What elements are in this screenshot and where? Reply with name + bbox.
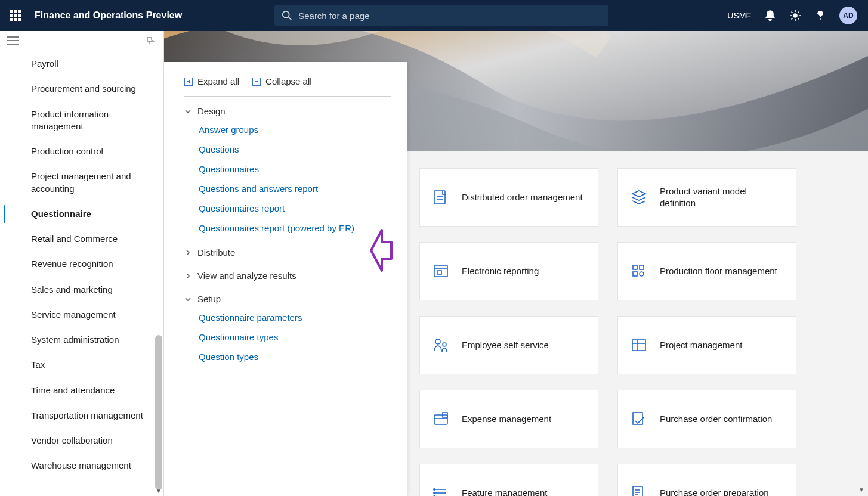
svg-rect-25	[633, 272, 637, 276]
workspace-tile[interactable]: Purchase order preparation	[617, 464, 796, 496]
app-header: Finance and Operations Preview Search fo…	[0, 0, 868, 31]
module-item[interactable]: Tax	[0, 352, 163, 377]
tile-icon	[431, 187, 451, 207]
bell-icon[interactable]	[764, 10, 776, 21]
submenu-group-header[interactable]: Setup	[184, 284, 391, 308]
submenu-link[interactable]: Questions	[199, 140, 391, 159]
waffle-icon[interactable]	[0, 10, 31, 21]
submenu-group-header[interactable]: Design	[184, 97, 391, 120]
company-badge[interactable]: USMF	[727, 11, 751, 20]
workspace-tile[interactable]: Feature management	[419, 464, 598, 496]
svg-rect-6	[10, 18, 13, 21]
scrollbar-thumb[interactable]	[155, 335, 162, 490]
workspace-tile[interactable]: Distributed order management	[419, 168, 598, 227]
submenu-link[interactable]: Questionnaire types	[199, 327, 391, 347]
tile-label: Electronic reporting	[462, 265, 539, 277]
module-item[interactable]: Questionnaire	[0, 202, 163, 227]
workspace-tile[interactable]: Employee self service	[419, 316, 598, 374]
search-input[interactable]: Search for a page	[274, 5, 608, 26]
workspace-tile[interactable]: Product variant model definition	[617, 168, 796, 227]
svg-rect-1	[14, 10, 17, 13]
main-scrollbar-down-icon[interactable]: ▼	[857, 485, 866, 494]
app-title: Finance and Operations Preview	[35, 10, 182, 21]
module-item[interactable]: Service management	[0, 302, 163, 327]
tile-label: Production floor management	[660, 265, 777, 277]
module-item[interactable]: System administration	[0, 327, 163, 352]
workspace-tile[interactable]: Purchase order confirmation	[617, 390, 796, 448]
svg-rect-5	[18, 14, 21, 17]
header-actions: USMF AD	[727, 7, 868, 24]
tile-label: Purchase order preparation	[660, 487, 769, 496]
module-item[interactable]: Transportation management	[0, 403, 163, 428]
chevron-down-icon	[184, 296, 191, 303]
module-item[interactable]: Retail and Commerce	[0, 227, 163, 252]
tile-icon	[629, 335, 649, 355]
svg-point-11	[793, 14, 797, 17]
module-item[interactable]: Project management and accounting	[0, 164, 163, 202]
svg-rect-24	[640, 265, 644, 269]
submenu-link[interactable]: Questionnaires	[199, 159, 391, 179]
svg-point-9	[283, 11, 289, 18]
collapse-icon	[252, 78, 261, 86]
svg-line-10	[289, 17, 292, 20]
submenu-group-header[interactable]: Distribute	[184, 238, 391, 261]
module-item[interactable]: Product information management	[0, 102, 163, 140]
search-placeholder: Search for a page	[298, 11, 369, 21]
scrollbar-down-icon[interactable]: ▼	[155, 486, 162, 495]
submenu-link[interactable]: Answer groups	[199, 120, 391, 140]
tile-icon	[431, 483, 451, 496]
avatar[interactable]: AD	[839, 7, 857, 24]
tile-icon	[431, 409, 451, 429]
submenu-flyout: Expand all Collapse all DesignAnswer gro…	[164, 62, 407, 496]
expand-all-button[interactable]: Expand all	[184, 76, 239, 86]
chevron-down-icon	[184, 108, 191, 115]
tile-label: Distributed order management	[462, 191, 583, 203]
module-item[interactable]: Sales and marketing	[0, 277, 163, 302]
svg-rect-8	[18, 18, 21, 21]
tile-label: Project management	[660, 339, 742, 351]
svg-rect-17	[434, 191, 445, 204]
expand-icon	[184, 78, 193, 86]
svg-point-26	[640, 272, 644, 276]
hamburger-icon[interactable]	[6, 33, 20, 48]
workspace-tile[interactable]: Project management	[617, 316, 796, 374]
pin-icon[interactable]	[143, 33, 157, 48]
chevron-right-icon	[184, 249, 191, 256]
collapse-all-button[interactable]: Collapse all	[252, 76, 312, 86]
svg-rect-7	[14, 18, 17, 21]
submenu-group-label: View and analyze results	[197, 271, 296, 281]
svg-rect-0	[10, 10, 13, 13]
submenu-group-label: Setup	[197, 294, 221, 304]
module-item[interactable]: Production control	[0, 139, 163, 164]
svg-rect-3	[10, 14, 13, 17]
svg-rect-29	[632, 340, 645, 351]
module-item[interactable]: Payroll	[0, 51, 163, 76]
left-nav: PayrollProcurement and sourcingProduct i…	[0, 31, 164, 496]
workspace-tile[interactable]: Production floor management	[617, 242, 796, 300]
svg-rect-4	[14, 14, 17, 17]
module-item[interactable]: Time and attendance	[0, 378, 163, 403]
tile-icon	[629, 187, 649, 207]
tile-icon	[629, 483, 649, 496]
gear-icon[interactable]	[789, 10, 801, 21]
module-item[interactable]: Revenue recognition	[0, 252, 163, 277]
submenu-link[interactable]: Questionnaires report (powered by ER)	[199, 218, 391, 238]
svg-point-12	[820, 18, 821, 20]
module-item[interactable]: Warehouse management	[0, 453, 163, 478]
module-item[interactable]: Procurement and sourcing	[0, 76, 163, 101]
expand-all-label: Expand all	[197, 76, 239, 86]
submenu-link[interactable]: Questionnaire parameters	[199, 308, 391, 327]
tile-label: Expense management	[462, 413, 551, 425]
submenu-group-label: Design	[197, 106, 226, 116]
workspace-tile[interactable]: Electronic reporting	[419, 242, 598, 300]
submenu-link[interactable]: Question types	[199, 347, 391, 367]
submenu-link[interactable]: Questionnaires report	[199, 199, 391, 218]
submenu-group-header[interactable]: View and analyze results	[184, 261, 391, 284]
svg-point-27	[435, 339, 440, 344]
workspace-tile[interactable]: Expense management	[419, 390, 598, 448]
help-icon[interactable]	[814, 10, 826, 21]
submenu-link[interactable]: Questions and answers report	[199, 179, 391, 199]
svg-rect-23	[633, 265, 637, 269]
svg-point-39	[434, 489, 435, 490]
module-item[interactable]: Vendor collaboration	[0, 428, 163, 453]
